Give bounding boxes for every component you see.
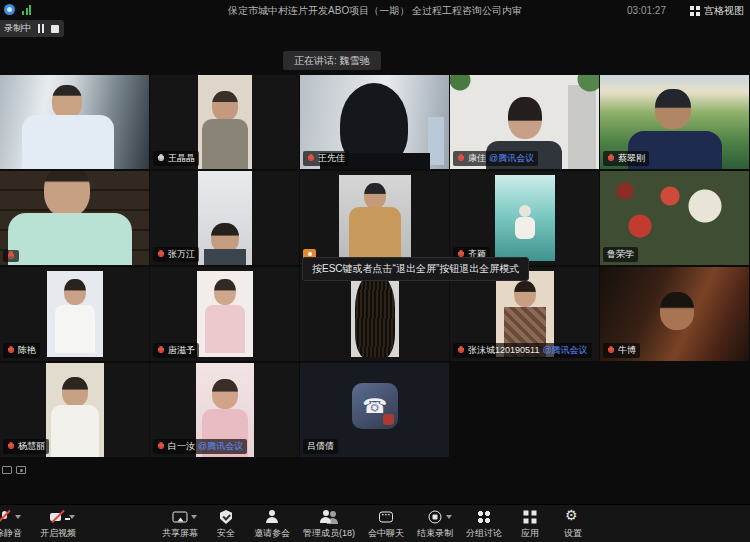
video-tile[interactable]: 蔡翠刚	[600, 75, 749, 169]
toolbar-button-label: 共享屏幕	[162, 527, 198, 540]
chevron-down-icon[interactable]	[191, 515, 197, 522]
recording-indicator: 录制中	[0, 20, 64, 37]
video-tile[interactable]: 王晶晶	[150, 75, 299, 169]
person-head	[508, 97, 542, 139]
video-placeholder	[198, 171, 252, 265]
participant-name-label: 陈艳	[3, 343, 40, 358]
person-body	[8, 213, 132, 265]
mic-muted-icon	[7, 251, 15, 261]
mic-muted-icon	[157, 346, 165, 356]
person-head	[655, 89, 691, 129]
person-head	[352, 383, 398, 429]
chevron-down-icon[interactable]	[69, 515, 75, 522]
mini-camera-icon[interactable]	[16, 466, 26, 474]
toolbar-button-label: 结束录制	[417, 527, 453, 540]
participant-name: 白一汝	[168, 440, 195, 453]
participant-name: 牛博	[618, 344, 636, 357]
participant-name-label: 鲁荣学	[603, 247, 638, 262]
mic-muted-icon	[157, 154, 165, 164]
toolbar-button-chat[interactable]: 会中聊天	[368, 509, 404, 540]
video-placeholder	[47, 271, 103, 357]
video-tile[interactable]	[300, 267, 449, 361]
mini-screen-icon[interactable]	[2, 466, 12, 474]
toolbar-button-label: 设置	[564, 527, 582, 540]
chevron-down-icon[interactable]	[446, 515, 452, 522]
toolbar-button-members[interactable]: 管理成员(18)	[303, 509, 355, 540]
toolbar-button-mic-off[interactable]: 解除静音	[0, 509, 22, 540]
toolbar-button-stop-record[interactable]: 结束录制	[417, 509, 453, 540]
person-body	[22, 115, 114, 169]
video-placeholder	[0, 171, 149, 265]
video-placeholder	[351, 271, 399, 357]
video-tile[interactable]	[0, 171, 149, 265]
video-tile[interactable]: 杨慧丽	[0, 363, 149, 457]
share-screen-icon	[172, 512, 187, 523]
video-tile[interactable]: 白一汝@腾讯会议	[150, 363, 299, 457]
video-placeholder	[46, 363, 104, 457]
video-tile[interactable]	[0, 75, 149, 169]
mic-muted-icon	[457, 154, 465, 164]
pause-recording-icon[interactable]	[38, 24, 44, 33]
mic-muted-icon	[157, 442, 165, 452]
video-tile[interactable]: 王先佳	[300, 75, 449, 169]
breakout-icon	[478, 511, 491, 524]
participant-name: 蔡翠刚	[618, 152, 645, 165]
person-head	[660, 292, 694, 330]
video-tile[interactable]: 陈艳	[0, 267, 149, 361]
participant-name: 陈艳	[18, 344, 36, 357]
toolbar-button-label: 安全	[217, 527, 235, 540]
toolbar-iconbox	[320, 509, 338, 525]
video-tile[interactable]: 张沫城120190511@腾讯会议	[450, 267, 599, 361]
participant-name-label	[3, 250, 19, 262]
toolbar-iconbox	[564, 509, 582, 525]
meeting-window: 保定市城中村连片开发ABO项目（一期） 全过程工程咨询公司内审 03:01:27…	[0, 0, 750, 542]
members-icon	[321, 510, 337, 524]
participant-name: 张万江	[168, 248, 195, 261]
toolbar-button-label: 解除静音	[0, 527, 22, 540]
toolbar-button-apps[interactable]: 应用	[515, 509, 545, 540]
video-tile[interactable]	[300, 171, 449, 265]
video-tile[interactable]: 康佳@腾讯会议	[450, 75, 599, 169]
person-head	[62, 377, 88, 407]
top-status-bar: 保定市城中村连片开发ABO项目（一期） 全过程工程咨询公司内审 03:01:27…	[0, 0, 750, 20]
person-body	[515, 217, 535, 239]
video-tile[interactable]: 齐颖	[450, 171, 599, 265]
participant-name: 王先佳	[318, 152, 345, 165]
participant-name-label: 张沫城120190511@腾讯会议	[453, 343, 592, 358]
video-tile[interactable]: 吕倩倩	[300, 363, 449, 457]
toolbar-iconbox	[426, 509, 444, 525]
video-placeholder	[0, 75, 149, 169]
shield-icon	[220, 510, 232, 524]
chevron-down-icon[interactable]	[15, 515, 21, 522]
toolbar-left-group: 解除静音开启视频	[0, 509, 76, 540]
settings-icon	[565, 509, 581, 525]
toolbar-button-breakout[interactable]: 分组讨论	[466, 509, 502, 540]
grid-view-label: 宫格视图	[704, 4, 744, 18]
stop-record-icon	[429, 511, 442, 524]
platform-tag: @腾讯会议	[542, 344, 587, 357]
participant-name-label: 蔡翠刚	[603, 151, 649, 166]
video-tile[interactable]: 鲁荣学	[600, 171, 749, 265]
chat-icon	[379, 512, 393, 523]
participant-name-label: 康佳@腾讯会议	[453, 151, 538, 166]
toolbar-button-invite[interactable]: 邀请参会	[254, 509, 290, 540]
toolbar-button-camera-off[interactable]: 开启视频	[40, 509, 76, 540]
video-tile[interactable]: 唐滋予	[150, 267, 299, 361]
toolbar-button-label: 应用	[521, 527, 539, 540]
toolbar-button-settings[interactable]: 设置	[558, 509, 588, 540]
toolbar-button-shield[interactable]: 安全	[211, 509, 241, 540]
stop-recording-icon[interactable]	[51, 25, 59, 33]
person-body	[51, 405, 99, 457]
person-head	[52, 85, 82, 119]
participant-name-label: 王晶晶	[153, 151, 199, 166]
bottom-toolbar: 解除静音开启视频 共享屏幕安全邀请参会管理成员(18)会中聊天结束录制分组讨论应…	[0, 504, 750, 542]
toolbar-button-share-screen[interactable]: 共享屏幕	[162, 509, 198, 540]
toolbar-button-label: 分组讨论	[466, 527, 502, 540]
toolbar-iconbox	[475, 509, 493, 525]
exit-fullscreen-tooltip: 按ESC键或者点击“退出全屏”按钮退出全屏模式	[302, 257, 529, 281]
toolbar-button-label: 邀请参会	[254, 527, 290, 540]
video-tile[interactable]: 张万江	[150, 171, 299, 265]
grid-view-toggle[interactable]: 宫格视图	[690, 4, 744, 18]
video-tile[interactable]: 牛博	[600, 267, 749, 361]
participant-name: 鲁荣学	[607, 248, 634, 261]
